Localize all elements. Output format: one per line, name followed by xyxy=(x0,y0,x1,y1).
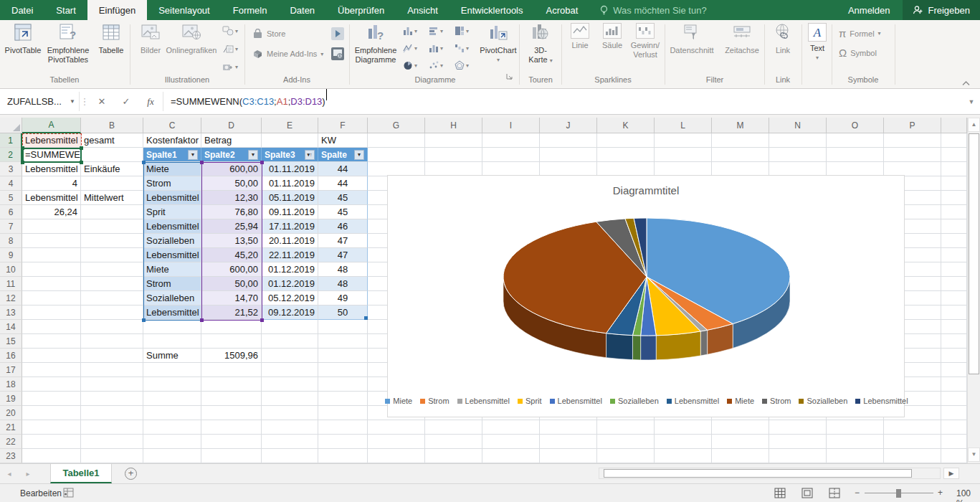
cell-E23[interactable] xyxy=(262,449,318,463)
cell-K22[interactable] xyxy=(597,435,655,449)
cell-O22[interactable] xyxy=(827,435,884,449)
cell-M1[interactable] xyxy=(712,133,769,148)
cell-partial-12[interactable] xyxy=(941,291,967,306)
cell-A14[interactable] xyxy=(22,320,81,334)
stat-chart-button[interactable]: ▾ xyxy=(429,43,443,53)
line-chart-button[interactable]: ▾ xyxy=(403,43,417,53)
cell-E13[interactable]: 09.12.2019 xyxy=(262,306,318,320)
row-header-4[interactable]: 4 xyxy=(0,176,22,191)
cell-G3[interactable] xyxy=(368,162,425,176)
pie-slice[interactable] xyxy=(606,333,633,360)
cell-P3[interactable] xyxy=(884,162,941,176)
cell-A15[interactable] xyxy=(22,334,81,349)
cell-E14[interactable] xyxy=(262,320,318,334)
3d-map-button[interactable]: 3D- Karte ▾ xyxy=(523,23,558,65)
cell-B21[interactable] xyxy=(81,420,143,435)
scroll-up-button[interactable]: ▲ xyxy=(968,118,980,132)
cell-F20[interactable] xyxy=(318,406,368,420)
column-header-partial[interactable] xyxy=(941,118,967,133)
zoom-in-button[interactable]: + xyxy=(938,488,943,498)
cell-C3[interactable]: Miete xyxy=(143,162,201,176)
cell-C9[interactable]: Lebensmittel xyxy=(143,248,201,262)
formula-input[interactable]: =SUMMEWENN(C3:C13;A1;D3:D13) xyxy=(163,89,325,114)
cell-B20[interactable] xyxy=(81,406,143,420)
bar-chart-button[interactable]: ▾ xyxy=(429,26,443,36)
cell-B13[interactable] xyxy=(81,306,143,320)
cell-C10[interactable]: Miete xyxy=(143,262,201,277)
store-button[interactable]: Store xyxy=(252,29,285,39)
cell-G1[interactable] xyxy=(368,133,425,148)
cell-C8[interactable]: Sozialleben xyxy=(143,234,201,248)
row-header-21[interactable]: 21 xyxy=(0,420,22,435)
cell-E22[interactable] xyxy=(262,435,318,449)
cell-partial-20[interactable] xyxy=(941,406,967,420)
cell-C21[interactable] xyxy=(143,420,201,435)
cell-B5[interactable]: Mittelwert xyxy=(81,191,143,205)
screenshot-button[interactable]: ▾ xyxy=(222,62,238,72)
cell-M2[interactable] xyxy=(712,148,769,162)
column-header-I[interactable]: I xyxy=(482,118,540,133)
cell-E16[interactable] xyxy=(262,349,318,363)
cell-K3[interactable] xyxy=(597,162,655,176)
pictures-button[interactable]: Bilder xyxy=(135,23,166,55)
column-header-J[interactable]: J xyxy=(540,118,597,133)
cell-B14[interactable] xyxy=(81,320,143,334)
cell-D18[interactable] xyxy=(201,377,262,392)
row-header-23[interactable]: 23 xyxy=(0,449,22,463)
insert-function-button[interactable]: fx xyxy=(138,96,163,108)
cell-partial-1[interactable] xyxy=(941,133,967,148)
cell-B12[interactable] xyxy=(81,291,143,306)
cell-F5[interactable]: 45 xyxy=(318,191,368,205)
cell-C12[interactable]: Sozialleben xyxy=(143,291,201,306)
cell-F9[interactable]: 47 xyxy=(318,248,368,262)
pivotchart-button[interactable]: PivotChart ▾ xyxy=(477,23,519,65)
cell-G21[interactable] xyxy=(368,420,425,435)
row-header-19[interactable]: 19 xyxy=(0,392,22,406)
zoom-out-button[interactable]: − xyxy=(855,488,860,498)
pie-chart-button[interactable]: ▾ xyxy=(403,60,417,70)
cell-D15[interactable] xyxy=(201,334,262,349)
cell-D1[interactable]: Betrag xyxy=(201,133,262,148)
vertical-scroll-thumb[interactable] xyxy=(969,133,979,374)
cell-A23[interactable] xyxy=(22,449,81,463)
ribbon-tab-entwicklertools[interactable]: Entwicklertools xyxy=(449,0,535,20)
cell-F7[interactable]: 46 xyxy=(318,219,368,234)
cell-B10[interactable] xyxy=(81,262,143,277)
cell-partial-17[interactable] xyxy=(941,363,967,377)
cell-K21[interactable] xyxy=(597,420,655,435)
cell-E18[interactable] xyxy=(262,377,318,392)
filter-dropdown-button[interactable]: ▼ xyxy=(188,150,198,160)
cell-B22[interactable] xyxy=(81,435,143,449)
cell-A12[interactable] xyxy=(22,291,81,306)
column-header-G[interactable]: G xyxy=(368,118,425,133)
column-header-M[interactable]: M xyxy=(712,118,769,133)
cell-partial-23[interactable] xyxy=(941,449,967,463)
name-box-dropdown[interactable]: ▼ xyxy=(66,89,79,114)
row-header-7[interactable]: 7 xyxy=(0,219,22,234)
column-header-C[interactable]: C xyxy=(143,118,201,133)
column-header-N[interactable]: N xyxy=(769,118,827,133)
cell-C11[interactable]: Strom xyxy=(143,277,201,291)
ribbon-tab-acrobat[interactable]: Acrobat xyxy=(535,0,590,20)
cell-B17[interactable] xyxy=(81,363,143,377)
legend-item[interactable]: Sozialleben xyxy=(610,397,659,405)
cell-D2[interactable]: Spalte2▼ xyxy=(201,148,262,162)
cell-D13[interactable]: 21,52 xyxy=(201,306,262,320)
cell-A17[interactable] xyxy=(22,363,81,377)
cell-B11[interactable] xyxy=(81,277,143,291)
cell-partial-5[interactable] xyxy=(941,191,967,205)
column-header-A[interactable]: A xyxy=(22,118,81,133)
cell-C7[interactable]: Lebensmittel xyxy=(143,219,201,234)
radar-chart-button[interactable]: ▾ xyxy=(455,60,469,70)
cell-L21[interactable] xyxy=(655,420,712,435)
cell-partial-22[interactable] xyxy=(941,435,967,449)
cell-F3[interactable]: 44 xyxy=(318,162,368,176)
slicer-button[interactable]: Datenschnitt xyxy=(667,23,717,55)
cell-H3[interactable] xyxy=(425,162,482,176)
pie-plot-area[interactable] xyxy=(388,201,905,393)
cell-C4[interactable]: Strom xyxy=(143,176,201,191)
cell-C18[interactable] xyxy=(143,377,201,392)
cell-C6[interactable]: Sprit xyxy=(143,205,201,219)
sheet-tab-tabelle1[interactable]: Tabelle1 xyxy=(50,464,112,483)
scatter-chart-button[interactable]: ▾ xyxy=(429,60,443,70)
